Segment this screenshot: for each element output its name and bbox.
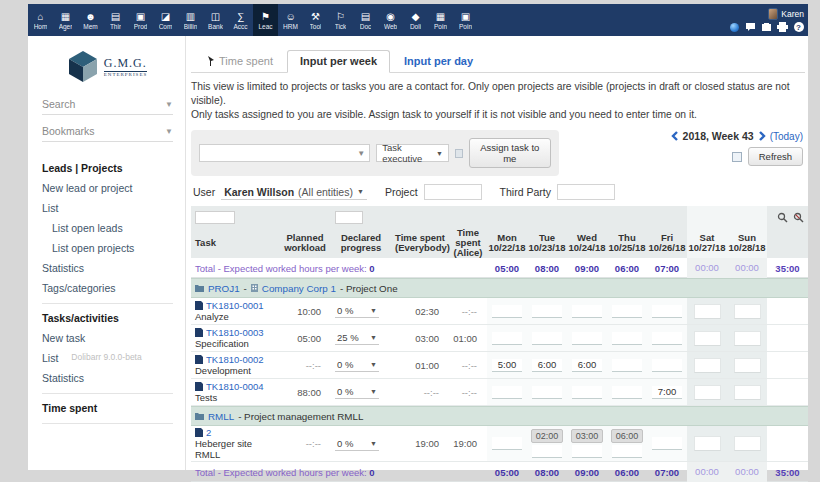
menubar-item-thir[interactable]: ▤Thir (103, 4, 128, 36)
user-chip[interactable]: Karen (768, 8, 804, 20)
menubar-item-mem[interactable]: ☻Mem (78, 4, 103, 36)
time-input[interactable] (612, 359, 642, 372)
chat-icon[interactable] (745, 22, 756, 33)
time-input[interactable] (652, 386, 682, 399)
menubar-item-leac[interactable]: ⚑Leac (253, 4, 278, 36)
time-input[interactable] (532, 445, 562, 458)
col-spent-everybody-header[interactable]: Time spent (Everybody) (391, 233, 449, 253)
sidebar-item[interactable]: List open projects (28, 238, 185, 258)
time-spent-everybody[interactable]: 19:00 (391, 438, 449, 449)
menubar-item-hrm[interactable]: ☺HRM (278, 4, 303, 36)
refresh-button[interactable]: Refresh (748, 147, 803, 166)
col-task-header[interactable]: Task (191, 238, 279, 248)
tab-input-per-day[interactable]: Input per day (392, 51, 485, 72)
role-select[interactable]: Task executive▼ (376, 144, 449, 162)
time-input[interactable] (492, 332, 522, 345)
time-input[interactable] (532, 332, 562, 345)
time-input[interactable] (532, 359, 562, 372)
time-spent-everybody[interactable]: 03:00 (391, 333, 449, 344)
next-week-icon[interactable] (758, 131, 766, 141)
menubar-item-doc[interactable]: ▤Doc (353, 4, 378, 36)
tab-time-spent[interactable]: Time spent (195, 51, 285, 72)
time-spent-everybody[interactable]: 01:00 (391, 360, 449, 371)
time-input[interactable] (532, 386, 562, 399)
time-input[interactable] (694, 385, 721, 400)
sidebar-item[interactable]: New lead or project (28, 178, 185, 198)
menubar-item-bank[interactable]: ◫Bank (203, 4, 228, 36)
time-input[interactable] (532, 305, 562, 318)
menubar-item-ager[interactable]: ▦Ager (53, 4, 78, 36)
clear-filters-icon[interactable] (793, 212, 804, 223)
progress-filter-input[interactable] (335, 211, 363, 224)
menubar-item-tool[interactable]: ⚒Tool (303, 4, 328, 36)
sidebar-section-1[interactable]: Tasks/activities (28, 306, 185, 328)
menubar-item-hom[interactable]: ⌂Hom (28, 4, 53, 36)
company-link[interactable]: Company Corp 1 (262, 283, 336, 294)
sidebar-item[interactable]: Tags/categories (28, 278, 185, 298)
third-party-input[interactable] (557, 184, 615, 200)
time-input[interactable] (492, 359, 522, 372)
search-dropdown[interactable]: Search▼ (42, 98, 173, 115)
time-input[interactable] (694, 436, 721, 451)
task-ref-link[interactable]: TK1810-0002 (206, 354, 264, 365)
time-input[interactable] (572, 445, 602, 458)
sidebar-item[interactable]: New task (28, 328, 185, 348)
progress-select[interactable]: 25 %▼ (335, 331, 379, 345)
col-declared-header[interactable]: Declared progress (331, 233, 391, 253)
menubar-item-poin[interactable]: ▣Poin (453, 4, 478, 36)
time-input[interactable] (734, 331, 761, 346)
calendar-icon[interactable] (732, 152, 742, 162)
time-input[interactable] (612, 305, 642, 318)
col-planned-header[interactable]: Planned workload (279, 233, 331, 253)
time-input[interactable] (652, 437, 682, 450)
menubar-item-web[interactable]: ◉Web (378, 4, 403, 36)
print-icon[interactable] (777, 22, 788, 33)
menubar-item-doli[interactable]: ◆Doli (403, 4, 428, 36)
sidebar-item[interactable]: Statistics (28, 258, 185, 278)
sidebar-section-0[interactable]: Leads | Projects (28, 156, 185, 178)
bookmarks-dropdown[interactable]: Bookmarks▼ (42, 125, 173, 142)
task-combobox[interactable]: ▼ (199, 144, 370, 162)
search-icon[interactable] (777, 212, 788, 223)
time-input[interactable] (652, 305, 682, 318)
time-input[interactable] (612, 445, 642, 458)
time-spent-everybody[interactable]: 02:30 (391, 306, 449, 317)
time-input[interactable] (572, 359, 602, 372)
time-input[interactable] (612, 332, 642, 345)
time-input[interactable] (734, 304, 761, 319)
previous-week-icon[interactable] (671, 131, 679, 141)
menubar-item-accc[interactable]: ∑Accc (228, 4, 253, 36)
time-input[interactable] (734, 436, 761, 451)
tab-input-per-week[interactable]: Input per week (287, 50, 390, 73)
vcard-icon[interactable] (761, 22, 772, 33)
menubar-item-billin[interactable]: ▥Billin (178, 4, 203, 36)
time-input[interactable] (694, 304, 721, 319)
time-input[interactable] (612, 386, 642, 399)
assign-task-button[interactable]: Assign task to me (469, 138, 551, 168)
project-input[interactable] (424, 184, 482, 200)
menubar-item-poin[interactable]: ▦Poin (428, 4, 453, 36)
time-input[interactable] (572, 332, 602, 345)
task-ref-link[interactable]: 2 (206, 427, 211, 438)
time-input[interactable] (694, 358, 721, 373)
sidebar-item[interactable]: List open leads (28, 218, 185, 238)
task-filter-input[interactable] (195, 211, 235, 224)
time-input[interactable] (492, 386, 522, 399)
sidebar-item[interactable]: Statistics (28, 368, 185, 388)
today-link[interactable]: (Today) (770, 131, 803, 142)
project-ref-link[interactable]: PROJ1 (208, 283, 240, 294)
user-select[interactable]: Karen Willson (All entities) ▼ (221, 185, 367, 200)
time-input[interactable] (652, 332, 682, 345)
time-input[interactable] (572, 386, 602, 399)
time-input[interactable] (572, 305, 602, 318)
time-input[interactable] (492, 305, 522, 318)
task-ref-link[interactable]: TK1810-0001 (206, 300, 264, 311)
theme-sphere-icon[interactable] (729, 22, 740, 33)
menubar-item-com[interactable]: ◪Com (153, 4, 178, 36)
progress-select[interactable]: 0 %▼ (335, 358, 379, 372)
time-input[interactable] (734, 385, 761, 400)
progress-select[interactable]: 0 %▼ (335, 385, 379, 399)
help-icon[interactable]: ? (793, 22, 804, 33)
menubar-item-tick[interactable]: ⚐Tick (328, 4, 353, 36)
sidebar-item[interactable]: List (28, 198, 185, 218)
